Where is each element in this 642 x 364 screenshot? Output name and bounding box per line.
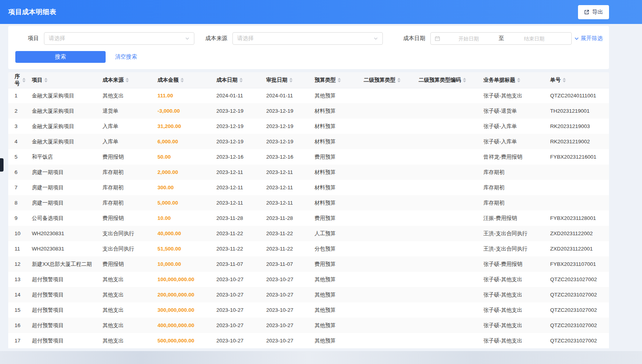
table-row[interactable]: 10WH20230831支出合同执行40,000.002023-11-22202… [8, 226, 609, 241]
cell-no: 15 [8, 302, 29, 318]
sort-icon[interactable] [44, 78, 48, 82]
cell-source: 支出合同执行 [99, 226, 154, 241]
cell-approve_date: 2023-12-11 [263, 195, 311, 210]
sort-icon[interactable] [289, 78, 293, 82]
cell-approve_date: 2023-10-27 [263, 318, 311, 333]
column-header-doc_title[interactable]: 业务单据标题 [480, 72, 547, 88]
cell-doc_title: 王洪-支出合同执行 [480, 241, 547, 256]
table-row[interactable]: 3金融大厦采购项目入库单31,200.002023-12-192023-12-1… [8, 119, 609, 134]
chevron-down-icon [373, 36, 378, 41]
cell-sub_type [360, 241, 415, 256]
column-header-label: 项目 [32, 77, 42, 84]
cell-sub_type [360, 149, 415, 165]
sort-icon[interactable] [126, 78, 129, 82]
column-header-budget_type[interactable]: 预算类型 [311, 72, 360, 88]
cell-doc_title: 曾祥龙-费用报销 [480, 149, 547, 165]
column-header-label: 业务单据标题 [483, 77, 515, 84]
column-header-source[interactable]: 成本来源 [99, 72, 154, 88]
table-row[interactable]: 11WH20230831支出合同执行51,500.002023-11-22202… [8, 241, 609, 256]
sort-icon[interactable] [181, 78, 184, 82]
column-header-label: 序号 [15, 73, 20, 87]
cell-project: 和平饭店 [29, 149, 99, 165]
cell-cost_date: 2023-10-27 [213, 302, 263, 318]
cell-amount: 300,000,000.00 [154, 302, 213, 318]
cell-doc_title: 张子硕-其他支出 [480, 333, 547, 348]
table-row[interactable]: 13超付预警项目其他支出100,000,000.002023-10-272023… [8, 272, 609, 287]
table-row[interactable]: 12新建XX总部大厦工程二期费用报销10,000.002023-11-07202… [8, 256, 609, 272]
source-filter-label: 成本来源 [205, 35, 227, 42]
cell-doc_title: 张子硕-费用报销 [480, 256, 547, 272]
cell-amount: 2,000.00 [154, 165, 213, 180]
table-row[interactable]: 7房建一期项目库存期初300.002023-12-112023-12-11材料预… [8, 180, 609, 195]
cell-doc_no: QTZC20231027002 [547, 318, 609, 333]
sort-icon[interactable] [463, 78, 466, 82]
column-header-no[interactable]: 序号 [8, 72, 29, 88]
end-date-input[interactable] [506, 36, 563, 42]
cell-no: 5 [8, 149, 29, 165]
cell-doc_no: QTZC20231027002 [547, 287, 609, 302]
search-button[interactable]: 搜索 [15, 51, 106, 63]
drawer-collapse-handle[interactable] [0, 158, 4, 172]
cell-approve_date: 2023-11-28 [263, 210, 311, 226]
clear-search-link[interactable]: 清空搜索 [115, 53, 137, 60]
cell-sub_code [415, 256, 480, 272]
cell-cost_date: 2023-10-27 [213, 318, 263, 333]
cell-doc_no: QTZC20231027002 [547, 272, 609, 287]
column-header-sub_code[interactable]: 二级预算类型编码 [415, 72, 480, 88]
cell-budget_type: 材料预算 [311, 165, 360, 180]
cell-sub_code [415, 103, 480, 119]
column-header-approve_date[interactable]: 审批日期 [263, 72, 311, 88]
cell-source: 其他支出 [99, 318, 154, 333]
column-header-cost_date[interactable]: 成本日期 [213, 72, 263, 88]
table-row[interactable]: 15超付预警项目其他支出300,000,000.002023-10-272023… [8, 302, 609, 318]
project-select-placeholder: 请选择 [49, 35, 65, 42]
column-header-amount[interactable]: 成本金额 [154, 72, 213, 88]
cell-doc_title: 张子硕-其他支出 [480, 318, 547, 333]
cell-doc_no: FYBX20231216001 [547, 149, 609, 165]
table-row[interactable]: 6房建一期项目库存期初2,000.002023-12-112023-12-11材… [8, 165, 609, 180]
sort-icon[interactable] [563, 78, 566, 82]
sort-icon[interactable] [22, 78, 26, 82]
table-row[interactable]: 1金融大厦采购项目其他支出111.002024-01-112024-01-11其… [8, 88, 609, 103]
cost-source-select-placeholder: 请选择 [237, 35, 254, 42]
sort-icon[interactable] [240, 78, 243, 82]
export-button[interactable]: 导出 [578, 5, 609, 19]
column-header-doc_no[interactable]: 单号 [547, 72, 609, 88]
table-row[interactable]: 5和平饭店费用报销50.002023-12-162023-12-16费用预算曾祥… [8, 149, 609, 165]
cost-source-select[interactable]: 请选择 [232, 32, 383, 45]
cost-date-range-picker[interactable]: 至 [430, 32, 572, 45]
start-date-input[interactable] [440, 36, 497, 42]
cell-amount: 31,200.00 [154, 119, 213, 134]
cell-sub_type [360, 119, 415, 134]
cell-sub_type [360, 226, 415, 241]
sort-icon[interactable] [338, 78, 341, 82]
cell-project: 超付预警项目 [29, 318, 99, 333]
table-row[interactable]: 9公司备选项目费用报销10.002023-11-282023-11-28费用预算… [8, 210, 609, 226]
cell-amount: 100,000,000.00 [154, 272, 213, 287]
table-row[interactable]: 14超付预警项目其他支出200,000,000.002023-10-272023… [8, 287, 609, 302]
column-header-project[interactable]: 项目 [29, 72, 99, 88]
column-header-sub_type[interactable]: 二级预算类型 [360, 72, 415, 88]
cell-project: WH20230831 [29, 241, 99, 256]
cell-source: 其他支出 [99, 287, 154, 302]
cell-sub_type [360, 333, 415, 348]
cell-approve_date: 2023-10-27 [263, 302, 311, 318]
table-row[interactable]: 2金融大厦采购项目退货单-3,000.002023-12-192023-12-1… [8, 103, 609, 119]
cell-source: 库存期初 [99, 165, 154, 180]
sort-icon[interactable] [397, 78, 401, 82]
table-row[interactable]: 8房建一期项目库存期初5,000.002023-12-112023-12-11材… [8, 195, 609, 210]
cell-project: WH20230831 [29, 226, 99, 241]
sort-icon[interactable] [517, 78, 520, 82]
expand-filters-link[interactable]: 展开筛选 [574, 35, 603, 42]
cell-sub_code [415, 241, 480, 256]
cell-no: 11 [8, 241, 29, 256]
cell-cost_date: 2023-12-11 [213, 165, 263, 180]
project-select[interactable]: 请选择 [44, 32, 194, 45]
table-row[interactable]: 16超付预警项目其他支出400,000,000.002023-10-272023… [8, 318, 609, 333]
cell-sub_type [360, 180, 415, 195]
table-row[interactable]: 4金融大厦采购项目入库单6,000.002023-12-192023-12-19… [8, 134, 609, 149]
cell-no: 1 [8, 88, 29, 103]
table-row[interactable]: 17超付预警项目其他支出500,000,000.002023-10-272023… [8, 333, 609, 348]
cell-doc_no: QTZC20231027002 [547, 302, 609, 318]
cell-budget_type: 其他预算 [311, 333, 360, 348]
